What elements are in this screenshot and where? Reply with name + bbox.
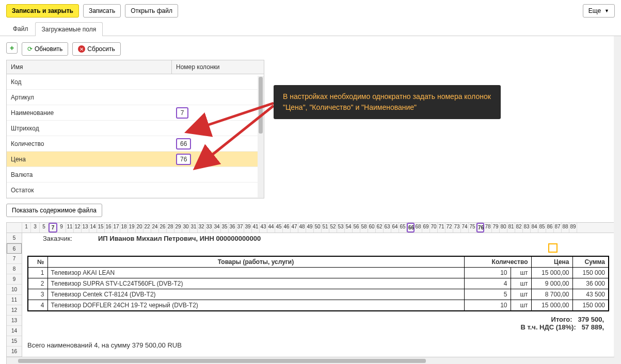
column-header[interactable]: 51: [322, 223, 329, 233]
row-number[interactable]: 13: [7, 316, 22, 326]
column-header[interactable]: 84: [531, 223, 538, 233]
column-header[interactable]: 9: [57, 223, 66, 233]
row-number[interactable]: 6: [7, 243, 22, 254]
column-header[interactable]: 52: [329, 223, 337, 233]
column-header[interactable]: 13: [82, 223, 89, 233]
column-header[interactable]: 16: [105, 223, 113, 233]
row-number[interactable]: 15: [7, 336, 22, 346]
column-header[interactable]: 28: [167, 223, 174, 233]
column-header[interactable]: 80: [500, 223, 507, 233]
field-row[interactable]: Остаток: [7, 183, 264, 198]
column-header[interactable]: 32: [198, 223, 205, 233]
row-number[interactable]: 10: [7, 285, 22, 295]
column-header[interactable]: 60: [368, 223, 376, 233]
column-header[interactable]: 68: [415, 223, 422, 233]
open-file-button[interactable]: Открыть файл: [125, 4, 178, 18]
column-header[interactable]: 35: [221, 223, 229, 233]
row-numbers[interactable]: 5678910111213141516: [7, 233, 22, 357]
column-header[interactable]: 86: [546, 223, 554, 233]
column-header[interactable]: 43: [260, 223, 267, 233]
column-header[interactable]: 53: [337, 223, 345, 233]
column-header[interactable]: 50: [314, 223, 322, 233]
refresh-button[interactable]: ⟳ Обновить: [22, 42, 68, 56]
header-colnum[interactable]: Номер колонки: [172, 60, 264, 74]
table-row[interactable]: 3Телевизор Centek CT-8124 (DVB-T2)5шт8 7…: [28, 289, 609, 300]
column-header[interactable]: 79: [492, 223, 500, 233]
column-header[interactable]: 66: [407, 223, 415, 233]
column-header[interactable]: 46: [283, 223, 291, 233]
column-header[interactable]: 78: [484, 223, 492, 233]
products-table[interactable]: № Товары (работы, услуги) Количество Цен…: [27, 256, 609, 311]
sheet-scrollbar-vertical[interactable]: [614, 36, 621, 364]
column-header[interactable]: 29: [174, 223, 182, 233]
column-header[interactable]: 34: [213, 223, 221, 233]
column-header[interactable]: 58: [360, 223, 368, 233]
column-header[interactable]: 26: [159, 223, 167, 233]
column-header[interactable]: 20: [136, 223, 144, 233]
column-header[interactable]: 33: [205, 223, 213, 233]
sheet-scrollbar-horizontal[interactable]: [7, 357, 614, 364]
column-header[interactable]: 65: [399, 223, 407, 233]
column-header[interactable]: 44: [267, 223, 275, 233]
row-number[interactable]: 12: [7, 305, 22, 316]
header-name[interactable]: Имя: [7, 60, 172, 74]
column-header[interactable]: 63: [384, 223, 391, 233]
tab-file[interactable]: Файл: [6, 22, 35, 36]
row-number[interactable]: 7: [7, 254, 22, 264]
row-number[interactable]: 11: [7, 295, 22, 305]
save-close-button[interactable]: Записать и закрыть: [6, 4, 79, 18]
column-header[interactable]: 17: [113, 223, 120, 233]
column-header[interactable]: 72: [445, 223, 453, 233]
field-colnum[interactable]: [172, 173, 264, 176]
column-header[interactable]: 41: [252, 223, 260, 233]
column-header[interactable]: 15: [97, 223, 105, 233]
column-header[interactable]: 18: [120, 223, 128, 233]
column-header[interactable]: 11: [66, 223, 74, 233]
column-header[interactable]: 47: [291, 223, 298, 233]
column-header[interactable]: 75: [469, 223, 476, 233]
column-header[interactable]: 22: [144, 223, 151, 233]
column-header[interactable]: 36: [229, 223, 236, 233]
column-header[interactable]: 71: [438, 223, 445, 233]
table-row[interactable]: 4Телевизор DOFFLER 24CH 19-T2 черный (DV…: [28, 300, 609, 311]
column-header[interactable]: 3: [31, 223, 40, 233]
column-header[interactable]: 81: [507, 223, 515, 233]
table-row[interactable]: 1Телевизор AKAI LEAN10шт15 000,00150 000: [28, 268, 609, 278]
column-header[interactable]: 31: [190, 223, 198, 233]
column-header[interactable]: 54: [345, 223, 353, 233]
column-header[interactable]: 24: [151, 223, 159, 233]
show-file-content-button[interactable]: Показать содержимое файла: [6, 204, 102, 217]
reset-button[interactable]: ✕ Сбросить: [72, 42, 120, 56]
column-header[interactable]: 69: [422, 223, 430, 233]
column-header[interactable]: 30: [182, 223, 190, 233]
column-header[interactable]: 37: [236, 223, 244, 233]
column-header[interactable]: 70: [430, 223, 438, 233]
column-header[interactable]: 1: [22, 223, 31, 233]
field-row[interactable]: Код: [7, 74, 264, 90]
add-button[interactable]: +: [6, 42, 18, 54]
column-header[interactable]: 89: [569, 223, 577, 233]
field-colnum[interactable]: [172, 80, 264, 84]
row-number[interactable]: 5: [7, 233, 22, 243]
row-number[interactable]: 9: [7, 274, 22, 285]
column-header[interactable]: 12: [74, 223, 82, 233]
column-header[interactable]: 49: [306, 223, 314, 233]
row-number[interactable]: 8: [7, 264, 22, 274]
column-header[interactable]: 85: [538, 223, 546, 233]
column-header[interactable]: 83: [523, 223, 531, 233]
column-header[interactable]: 45: [275, 223, 283, 233]
column-header[interactable]: 56: [353, 223, 360, 233]
row-number[interactable]: 14: [7, 326, 22, 336]
row-number[interactable]: 16: [7, 346, 22, 357]
column-header[interactable]: 5: [40, 223, 49, 233]
tab-loaded-fields[interactable]: Загружаемые поля: [35, 22, 103, 36]
field-colnum[interactable]: [172, 189, 264, 192]
table-row[interactable]: 2Телевизор SUPRA STV-LC24T560FL (DVB-T2)…: [28, 278, 609, 289]
column-headers[interactable]: 1357911121314151617181920222426282930313…: [7, 223, 614, 233]
column-header[interactable]: 64: [391, 223, 399, 233]
column-header[interactable]: 48: [298, 223, 306, 233]
column-header[interactable]: 19: [128, 223, 136, 233]
column-header[interactable]: 7: [49, 223, 57, 233]
more-button[interactable]: Еще▼: [583, 4, 615, 18]
column-header[interactable]: 14: [89, 223, 97, 233]
